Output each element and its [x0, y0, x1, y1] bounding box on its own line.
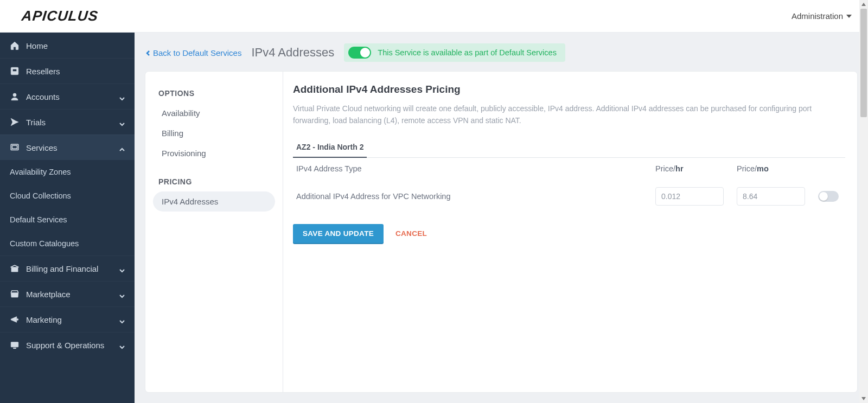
- administration-dropdown[interactable]: Administration: [792, 11, 852, 21]
- sidebar-item-label: Resellers: [26, 67, 125, 76]
- subnav-item-billing[interactable]: Billing: [153, 123, 275, 143]
- scroll-down-button[interactable]: [859, 394, 868, 403]
- app-header: APICULUS Administration: [0, 0, 868, 33]
- billing-icon: [10, 264, 20, 273]
- page-header: Back to Default Services IPv4 Addresses …: [135, 33, 868, 72]
- resellers-icon: [10, 66, 20, 76]
- toggle-knob: [360, 48, 370, 57]
- sidebar-item-label: Billing and Financial: [26, 264, 113, 273]
- column-header-type: IPv4 Address Type: [293, 164, 650, 173]
- chevron-up-icon: [119, 145, 125, 150]
- chevron-down-icon: [119, 317, 125, 322]
- support-icon: [10, 340, 20, 350]
- home-icon: [10, 41, 20, 50]
- scroll-up-button[interactable]: [859, 0, 868, 9]
- chevron-down-icon: [119, 342, 125, 348]
- sidebar-item-trials[interactable]: Trials: [0, 109, 135, 135]
- sidebar-subitem-custom-catalogues[interactable]: Custom Catalogues: [0, 232, 135, 255]
- subnav-item-provisioning[interactable]: Provisioning: [153, 143, 275, 163]
- chevron-left-icon: [145, 48, 151, 57]
- sidebar-item-resellers[interactable]: Resellers: [0, 58, 135, 84]
- pricing-group-title: PRICING: [158, 177, 270, 186]
- save-and-update-button[interactable]: SAVE AND UPDATE: [293, 224, 384, 243]
- chevron-down-icon: [119, 266, 125, 271]
- subnav-item-availability[interactable]: Availability: [153, 103, 275, 123]
- sidebar-item-label: Marketing: [26, 315, 113, 324]
- toggle-knob: [819, 192, 828, 201]
- tab-az2-india-north-2[interactable]: AZ2 - India North 2: [293, 137, 367, 158]
- sidebar-item-home[interactable]: Home: [0, 33, 135, 58]
- svg-rect-6: [11, 342, 18, 347]
- form-actions: SAVE AND UPDATE CANCEL: [293, 224, 845, 243]
- sidebar-item-support-operations[interactable]: Support & Operations: [0, 332, 135, 357]
- main-content: Back to Default Services IPv4 Addresses …: [135, 33, 868, 403]
- sidebar-item-label: Home: [26, 41, 125, 50]
- service-availability-banner: This Service is available as part of Def…: [344, 43, 565, 62]
- window-scrollbar[interactable]: [859, 0, 868, 403]
- sidebar-item-billing-financial[interactable]: Billing and Financial: [0, 255, 135, 281]
- sidebar-item-label: Marketplace: [26, 290, 113, 299]
- chevron-down-icon: [119, 94, 125, 99]
- chevron-down-icon: [119, 119, 125, 125]
- service-banner-text: This Service is available as part of Def…: [378, 48, 557, 57]
- sidebar-subitem-availability-zones[interactable]: Availability Zones: [0, 160, 135, 184]
- administration-label: Administration: [792, 11, 843, 21]
- pricing-table-header: IPv4 Address Type Price/hr Price/mo: [293, 158, 845, 177]
- accounts-icon: [10, 92, 20, 101]
- content-card: OPTIONS Availability Billing Provisionin…: [145, 72, 857, 392]
- back-link-label: Back to Default Services: [153, 48, 241, 57]
- sidebar-item-label: Services: [26, 143, 113, 152]
- svg-marker-9: [861, 397, 866, 400]
- marketplace-icon: [10, 289, 20, 299]
- sidebar-subitem-cloud-collections[interactable]: Cloud Collections: [0, 184, 135, 208]
- sidebar-item-label: Support & Operations: [26, 341, 113, 350]
- svg-point-2: [13, 93, 16, 97]
- pricing-row: Additional IPv4 Address for VPC Networki…: [293, 177, 845, 210]
- marketing-icon: [10, 315, 20, 324]
- settings-subnav: OPTIONS Availability Billing Provisionin…: [145, 72, 283, 392]
- options-group-title: OPTIONS: [158, 89, 270, 98]
- caret-down-icon: [846, 15, 852, 18]
- trials-icon: [10, 117, 20, 127]
- service-enabled-toggle[interactable]: [348, 47, 371, 59]
- svg-point-5: [17, 319, 18, 321]
- pricing-section-description: Virtual Private Cloud networking will cr…: [293, 103, 845, 126]
- cancel-button[interactable]: CANCEL: [395, 229, 427, 238]
- sidebar-nav: Home Resellers Accounts: [0, 33, 135, 403]
- column-header-price-hr: Price/hr: [655, 164, 731, 173]
- pricing-panel: Additional IPv4 Addresses Pricing Virtua…: [283, 72, 857, 392]
- price-per-month-input[interactable]: [737, 187, 805, 206]
- price-per-hour-input[interactable]: [655, 187, 724, 206]
- scroll-thumb[interactable]: [860, 9, 867, 117]
- pricing-section-title: Additional IPv4 Addresses Pricing: [293, 84, 845, 95]
- sidebar-item-accounts[interactable]: Accounts: [0, 84, 135, 109]
- sidebar-item-marketing[interactable]: Marketing: [0, 306, 135, 332]
- chevron-down-icon: [119, 291, 125, 297]
- sidebar-item-services[interactable]: Services: [0, 135, 135, 160]
- brand-logo: APICULUS: [21, 8, 99, 24]
- sidebar-subitem-default-services[interactable]: Default Services: [0, 208, 135, 232]
- column-header-price-mo: Price/mo: [737, 164, 813, 173]
- svg-marker-8: [861, 3, 866, 6]
- sidebar-item-marketplace[interactable]: Marketplace: [0, 281, 135, 306]
- back-to-default-services-link[interactable]: Back to Default Services: [145, 48, 241, 57]
- services-icon: [10, 143, 20, 152]
- sidebar-item-label: Accounts: [26, 92, 113, 101]
- sidebar-item-label: Trials: [26, 118, 113, 127]
- az-tabbar: AZ2 - India North 2: [293, 137, 845, 158]
- page-title: IPv4 Addresses: [251, 46, 334, 60]
- svg-rect-7: [14, 348, 16, 349]
- svg-rect-4: [12, 145, 17, 149]
- pricing-row-name: Additional IPv4 Address for VPC Networki…: [293, 192, 650, 201]
- pricing-row-enabled-toggle[interactable]: [818, 191, 839, 202]
- subnav-item-ipv4-addresses[interactable]: IPv4 Addresses: [153, 191, 275, 212]
- svg-rect-1: [12, 69, 17, 72]
